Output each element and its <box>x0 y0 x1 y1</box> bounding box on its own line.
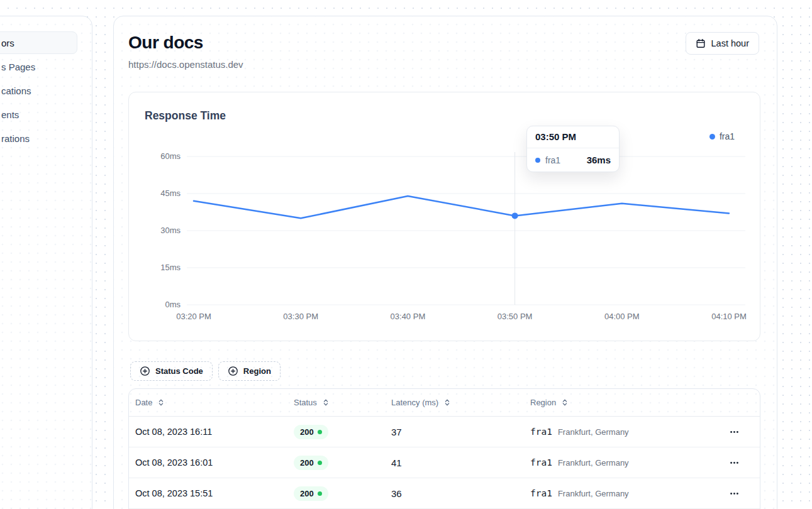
chart-plot-area[interactable]: 0ms15ms30ms45ms60ms03:20 PM03:30 PM03:40… <box>129 92 760 341</box>
column-label: Latency (ms) <box>391 398 438 407</box>
response-time-card: Response Time fra1 0ms15ms30ms45ms60ms03… <box>128 92 760 341</box>
status-code: 200 <box>300 489 314 498</box>
column-header-date: Date <box>135 398 294 407</box>
sidebar: orss Pagescationsentsrations <box>0 16 92 509</box>
region-code: fra1 <box>530 457 552 468</box>
sidebar-item-notifications[interactable]: cations <box>0 79 77 102</box>
region-name: Frankfurt, Germany <box>558 427 629 437</box>
column-header-status: Status <box>294 398 391 407</box>
table-row[interactable]: Oct 08, 2023 16:0120041fra1Frankfurt, Ge… <box>129 447 760 478</box>
chart-tooltip: 03:50 PM fra1 36ms <box>526 126 620 172</box>
sidebar-item-incidents[interactable]: ents <box>0 103 77 126</box>
status-ok-dot-icon <box>318 491 322 496</box>
status-code: 200 <box>300 458 314 468</box>
more-horizontal-icon <box>729 427 740 437</box>
app-root: orss Pagescationsentsrations Our docs ht… <box>0 0 812 509</box>
page-title: Our docs <box>128 33 203 53</box>
column-header-region: Region <box>530 398 723 407</box>
tooltip-time: 03:50 PM <box>527 126 619 148</box>
sidebar-item-label: s Pages <box>1 62 35 72</box>
x-axis-tick-label: 03:50 PM <box>477 312 553 321</box>
column-header-latency-ms: Latency (ms) <box>391 398 530 407</box>
column-label: Status <box>294 398 317 407</box>
chart-svg <box>129 92 761 342</box>
cell-date: Oct 08, 2023 16:01 <box>135 457 294 468</box>
region-code: fra1 <box>530 488 552 498</box>
filter-label: Region <box>243 366 271 376</box>
column-label: Region <box>530 398 556 407</box>
cell-status: 200 <box>294 425 391 439</box>
filter-region-button[interactable]: Region <box>218 361 281 381</box>
main-panel: Our docs https://docs.openstatus.dev Las… <box>113 16 777 509</box>
status-ok-dot-icon <box>318 461 322 465</box>
time-range-button[interactable]: Last hour <box>686 32 759 55</box>
status-badge: 200 <box>294 456 328 470</box>
sidebar-item-integrations[interactable]: rations <box>0 127 77 150</box>
sidebar-item-status-pages[interactable]: s Pages <box>0 55 77 78</box>
plus-circle-icon <box>228 366 238 376</box>
x-axis-tick-label: 04:10 PM <box>691 312 767 321</box>
sort-toggle-icon[interactable] <box>157 398 165 407</box>
response-log-table: DateStatusLatency (ms)Region Oct 08, 202… <box>128 388 760 509</box>
filter-label: Status Code <box>155 366 203 376</box>
cell-latency: 36 <box>391 488 530 499</box>
region-name: Frankfurt, Germany <box>558 458 629 468</box>
cell-date: Oct 08, 2023 15:51 <box>135 488 294 498</box>
row-actions-button[interactable] <box>723 453 745 472</box>
sidebar-item-label: ors <box>1 38 14 48</box>
region-code: fra1 <box>530 427 552 437</box>
time-range-label: Last hour <box>711 38 749 48</box>
cell-date: Oct 08, 2023 16:11 <box>135 427 294 437</box>
sort-toggle-icon[interactable] <box>561 398 569 407</box>
series-dot-icon <box>535 158 540 163</box>
cell-region: fra1Frankfurt, Germany <box>530 488 723 498</box>
table-row[interactable]: Oct 08, 2023 16:1120037fra1Frankfurt, Ge… <box>129 417 760 447</box>
status-badge: 200 <box>294 486 328 501</box>
filter-status-code-button[interactable]: Status Code <box>130 361 213 381</box>
plus-circle-icon <box>140 366 150 376</box>
filter-bar: Status CodeRegion <box>130 361 281 381</box>
more-horizontal-icon <box>729 488 740 499</box>
cell-region: fra1Frankfurt, Germany <box>530 457 723 468</box>
x-axis-tick-label: 03:30 PM <box>263 312 338 321</box>
cell-status: 200 <box>294 486 391 501</box>
x-axis-tick-label: 04:00 PM <box>584 312 660 321</box>
row-actions-button[interactable] <box>723 484 745 503</box>
column-label: Date <box>135 398 152 407</box>
cell-region: fra1Frankfurt, Germany <box>530 427 723 437</box>
sidebar-item-monitors[interactable]: ors <box>0 31 77 54</box>
status-badge: 200 <box>294 425 328 439</box>
active-point-dot <box>512 212 518 219</box>
tooltip-series-value: 36ms <box>587 155 611 165</box>
cell-status: 200 <box>294 456 391 470</box>
sort-toggle-icon[interactable] <box>443 398 451 407</box>
table-row[interactable]: Oct 08, 2023 15:5120036fra1Frankfurt, Ge… <box>129 478 760 509</box>
series-line-fra1 <box>194 196 729 218</box>
cell-latency: 41 <box>391 457 530 468</box>
table-header-row: DateStatusLatency (ms)Region <box>129 389 760 417</box>
more-horizontal-icon <box>729 457 740 468</box>
sidebar-item-label: cations <box>1 85 31 96</box>
x-axis-tick-label: 03:40 PM <box>370 312 445 321</box>
region-name: Frankfurt, Germany <box>558 489 629 498</box>
tooltip-series-name: fra1 <box>545 155 560 165</box>
tooltip-series-row: fra1 36ms <box>527 148 619 172</box>
monitor-url: https://docs.openstatus.dev <box>128 59 243 70</box>
sidebar-item-label: ents <box>1 109 19 120</box>
x-axis-tick-label: 03:20 PM <box>156 312 231 321</box>
status-ok-dot-icon <box>318 430 322 434</box>
row-actions-button[interactable] <box>723 422 745 441</box>
calendar-icon <box>696 38 706 48</box>
status-code: 200 <box>300 427 314 437</box>
sort-toggle-icon[interactable] <box>322 398 330 407</box>
cell-latency: 37 <box>391 427 530 437</box>
table-body: Oct 08, 2023 16:1120037fra1Frankfurt, Ge… <box>129 417 760 509</box>
sidebar-item-label: rations <box>1 133 30 144</box>
